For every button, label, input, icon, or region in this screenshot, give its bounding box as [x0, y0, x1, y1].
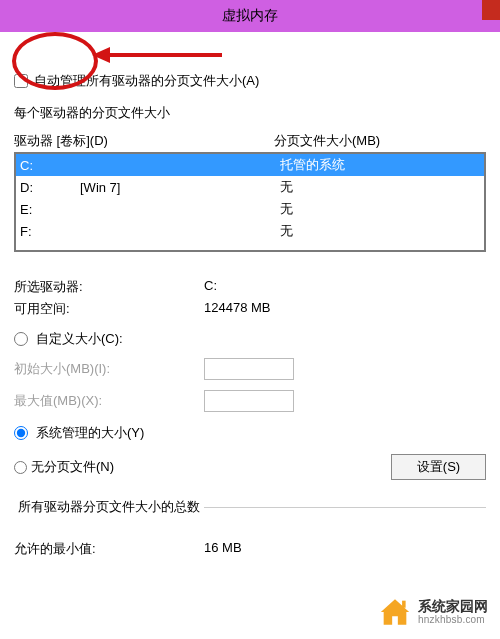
drive-row[interactable]: D: [Win 7] 无	[16, 176, 484, 198]
drive-row[interactable]: E: 无	[16, 198, 484, 220]
drive-list[interactable]: C: 托管的系统 D: [Win 7] 无 E: 无 F: 无	[14, 152, 486, 252]
watermark-line1: 系统家园网	[418, 598, 488, 615]
drive-letter: D:	[20, 180, 80, 195]
max-size-row: 最大值(MB)(X):	[14, 390, 486, 412]
totals-group-label: 所有驱动器分页文件大小的总数	[14, 498, 204, 516]
drive-letter: C:	[20, 158, 80, 173]
drive-row[interactable]: C: 托管的系统	[16, 154, 484, 176]
watermark: 系统家园网 hnzkhbsb.com	[372, 591, 494, 633]
custom-size-label: 自定义大小(C):	[36, 330, 123, 348]
auto-manage-row: 自动管理所有驱动器的分页文件大小(A)	[14, 72, 486, 90]
max-size-label: 最大值(MB)(X):	[14, 392, 204, 410]
system-managed-row: 系统管理的大小(Y)	[14, 424, 486, 442]
selected-drive-label: 所选驱动器:	[14, 278, 204, 296]
totals-min-label: 允许的最小值:	[14, 540, 204, 558]
selected-drive-value: C:	[204, 278, 217, 296]
no-paging-label: 无分页文件(N)	[31, 458, 114, 476]
dialog-content: 自动管理所有驱动器的分页文件大小(A) 每个驱动器的分页文件大小 驱动器 [卷标…	[0, 32, 500, 558]
system-managed-radio[interactable]	[14, 426, 28, 440]
drive-letter: E:	[20, 202, 80, 217]
custom-size-row: 自定义大小(C):	[14, 330, 486, 348]
selected-drive-info: 所选驱动器: C: 可用空间: 124478 MB	[14, 278, 486, 318]
drive-pagefile: 无	[280, 200, 440, 218]
titlebar: 虚拟内存	[0, 0, 500, 32]
max-size-input[interactable]	[204, 390, 294, 412]
drive-letter: F:	[20, 224, 80, 239]
drive-table-header: 驱动器 [卷标](D) 分页文件大小(MB)	[14, 132, 486, 150]
col-header-pagefile: 分页文件大小(MB)	[274, 132, 474, 150]
initial-size-input[interactable]	[204, 358, 294, 380]
close-button[interactable]	[482, 0, 500, 20]
no-paging-radio[interactable]	[14, 461, 27, 474]
drive-pagefile: 无	[280, 222, 440, 240]
totals-group: 所有驱动器分页文件大小的总数 允许的最小值: 16 MB	[14, 498, 486, 558]
col-header-drive: 驱动器 [卷标](D)	[14, 132, 274, 150]
no-paging-row: 无分页文件(N) 设置(S)	[14, 454, 486, 480]
window-title: 虚拟内存	[222, 7, 278, 25]
auto-manage-label: 自动管理所有驱动器的分页文件大小(A)	[34, 72, 259, 90]
drive-pagefile: 托管的系统	[280, 156, 440, 174]
initial-size-row: 初始大小(MB)(I):	[14, 358, 486, 380]
watermark-line2: hnzkhbsb.com	[418, 614, 488, 626]
watermark-text: 系统家园网 hnzkhbsb.com	[418, 598, 488, 627]
drive-pagefile: 无	[280, 178, 440, 196]
drive-label: [Win 7]	[80, 180, 280, 195]
house-icon	[378, 595, 412, 629]
available-space-label: 可用空间:	[14, 300, 204, 318]
custom-size-radio[interactable]	[14, 332, 28, 346]
totals-min-value: 16 MB	[204, 540, 242, 558]
set-button[interactable]: 设置(S)	[391, 454, 486, 480]
drive-row[interactable]: F: 无	[16, 220, 484, 242]
svg-rect-3	[402, 601, 406, 608]
per-drive-group-label: 每个驱动器的分页文件大小	[14, 104, 486, 122]
system-managed-label: 系统管理的大小(Y)	[36, 424, 144, 442]
initial-size-label: 初始大小(MB)(I):	[14, 360, 204, 378]
available-space-value: 124478 MB	[204, 300, 271, 318]
auto-manage-checkbox[interactable]	[14, 74, 28, 88]
